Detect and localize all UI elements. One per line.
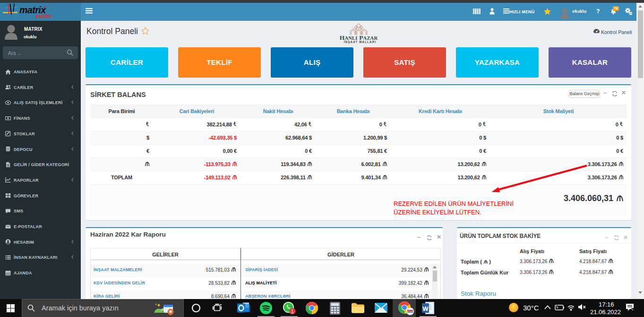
- svg-text:1: 1: [291, 309, 294, 314]
- svg-text:W: W: [422, 305, 429, 312]
- svg-text:yazılım: yazılım: [35, 14, 51, 19]
